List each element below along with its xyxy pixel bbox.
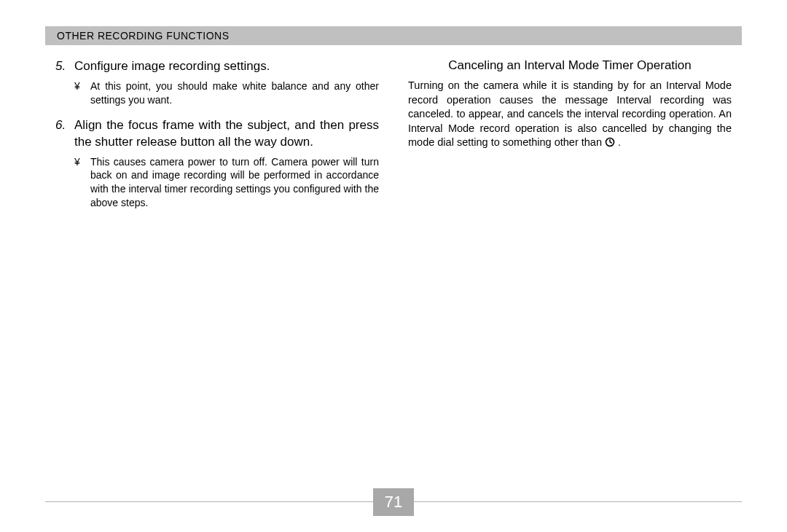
step-6-bullet: ¥ This causes camera power to turn off. … [74, 155, 379, 211]
step-6-bullet-text: This causes camera power to turn off. Ca… [90, 155, 379, 211]
page-number: 71 [385, 493, 402, 512]
step-5-bullet-text: At this point, you should make white bal… [90, 79, 379, 107]
bullet-mark: ¥ [74, 79, 90, 107]
step-5-text: Configure image recording settings. [74, 58, 379, 75]
bullet-mark: ¥ [74, 155, 90, 211]
para-text-before: Turning on the camera while it is standi… [408, 79, 732, 148]
canceling-paragraph: Turning on the camera while it is standi… [408, 79, 732, 150]
subheading-canceling: Canceling an Interval Mode Timer Operati… [408, 58, 732, 73]
content-area: 5. Configure image recording settings. ¥… [55, 58, 732, 481]
manual-page: OTHER RECORDING FUNCTIONS 5. Configure i… [0, 0, 787, 532]
svg-line-2 [610, 142, 612, 143]
step-6: 6. Align the focus frame with the subjec… [55, 117, 379, 210]
step-6-text: Align the focus frame with the subject, … [74, 117, 379, 151]
page-number-box: 71 [373, 488, 414, 516]
step-6-number: 6. [55, 117, 74, 151]
step-6-main: 6. Align the focus frame with the subjec… [55, 117, 379, 151]
left-column: 5. Configure image recording settings. ¥… [55, 58, 394, 481]
step-5: 5. Configure image recording settings. ¥… [55, 58, 379, 107]
step-5-main: 5. Configure image recording settings. [55, 58, 379, 75]
right-column: Canceling an Interval Mode Timer Operati… [394, 58, 732, 481]
step-5-bullet: ¥ At this point, you should make white b… [74, 79, 379, 107]
section-header-title: OTHER RECORDING FUNCTIONS [57, 30, 230, 42]
para-text-after: . [615, 136, 621, 148]
section-header-bar: OTHER RECORDING FUNCTIONS [45, 26, 742, 45]
interval-mode-icon [605, 137, 615, 147]
step-5-number: 5. [55, 58, 74, 75]
